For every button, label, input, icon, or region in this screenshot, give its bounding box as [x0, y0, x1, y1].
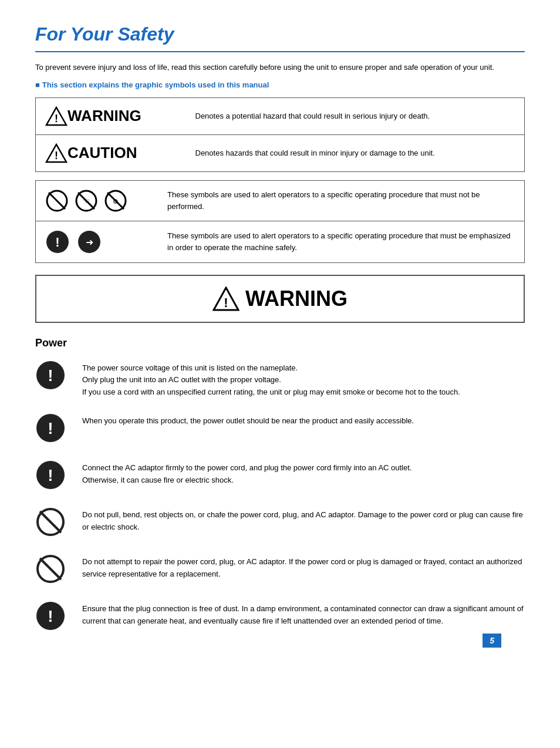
item-text-0: The power source voltage of this unit is… [82, 360, 460, 399]
item-text-5: Ensure that the plug connection is free … [82, 601, 525, 628]
svg-text:!: ! [48, 607, 53, 625]
svg-text:!: ! [48, 466, 53, 484]
svg-text:!: ! [48, 366, 53, 385]
svg-text:!: ! [55, 113, 58, 124]
title-divider [35, 51, 525, 52]
caution-description: Denotes hazards that could result in min… [186, 147, 515, 159]
small-symbols-table: ☜ ⚙ These symbols are used to alert oper… [35, 180, 525, 263]
power-item-4: Do not attempt to repair the power cord,… [35, 554, 525, 587]
no-icon [35, 507, 66, 537]
item-icon-5: ! [35, 601, 68, 634]
warning-description: Denotes a potential hazard that could re… [186, 110, 515, 122]
warning-banner: ! WARNING [35, 275, 525, 323]
svg-text:!: ! [48, 419, 53, 437]
page-number-area: 5 [35, 648, 525, 665]
warning-caution-table: ! WARNING Denotes a potential hazard tha… [35, 97, 525, 172]
svg-text:!: ! [55, 235, 59, 250]
power-items-list: ! The power source voltage of this unit … [35, 360, 525, 634]
item-icon-4 [35, 554, 68, 587]
exclaim-icon: ! [35, 460, 66, 490]
exclaim-icon: ! [35, 360, 66, 390]
warning-text: WARNING [68, 107, 141, 125]
emphasis-symbols-cell: ! ➜ [45, 230, 139, 254]
intro-text: To prevent severe injury and loss of lif… [35, 62, 525, 73]
warning-triangle-icon: ! [45, 106, 68, 126]
item-icon-2: ! [35, 460, 68, 493]
warning-banner-triangle-icon: ! [212, 287, 239, 311]
svg-line-26 [40, 511, 61, 533]
warning-banner-text: WARNING [245, 287, 348, 311]
item-text-4: Do not attempt to repair the power cord,… [82, 554, 525, 581]
svg-text:⚙: ⚙ [113, 198, 119, 205]
caution-triangle-icon: ! [45, 143, 68, 163]
svg-text:!: ! [224, 295, 228, 310]
filled-exclaim-icon: ! [45, 230, 70, 254]
warning-symbol: ! WARNING [45, 106, 167, 126]
exclaim-icon: ! [35, 601, 66, 631]
ground-symbol-icon: ➜ [76, 230, 103, 254]
warning-row: ! WARNING Denotes a potential hazard tha… [36, 97, 525, 134]
svg-line-28 [40, 558, 61, 579]
item-icon-1: ! [35, 413, 68, 446]
page-number: 5 [483, 634, 501, 648]
svg-text:➜: ➜ [86, 237, 93, 247]
emphasis-symbol-row: ! ➜ These symbols are used to alert oper… [36, 221, 525, 262]
section-header: This section explains the graphic symbol… [35, 80, 525, 89]
no-disassemble-icon: ⚙ [104, 189, 127, 213]
power-item-2: ! Connect the AC adaptor firmly to the p… [35, 460, 525, 493]
item-text-3: Do not pull, bend, rest objects on, or c… [82, 507, 525, 534]
page-title: For Your Safety [35, 23, 525, 45]
svg-line-5 [49, 193, 65, 209]
emphasis-symbol-description: These symbols are used to alert operator… [158, 230, 515, 253]
power-heading: Power [35, 337, 525, 349]
no-circle-icon [45, 189, 69, 213]
no-icon [35, 554, 66, 584]
caution-text: CAUTION [68, 144, 137, 162]
no-symbol-row: ☜ ⚙ These symbols are used to alert oper… [36, 180, 525, 221]
no-symbol-description: These symbols are used to alert operator… [158, 189, 515, 212]
power-item-0: ! The power source voltage of this unit … [35, 360, 525, 399]
item-icon-3 [35, 507, 68, 540]
svg-text:!: ! [55, 150, 58, 161]
item-icon-0: ! [35, 360, 68, 393]
no-symbols-cell: ☜ ⚙ [45, 189, 139, 213]
warning-banner-label: ! WARNING [212, 287, 348, 311]
exclaim-icon: ! [35, 413, 66, 443]
caution-symbol: ! CAUTION [45, 143, 167, 163]
power-item-1: ! When you operate this product, the pow… [35, 413, 525, 446]
power-item-3: Do not pull, bend, rest objects on, or c… [35, 507, 525, 540]
svg-text:☜: ☜ [83, 197, 90, 205]
no-touch-icon: ☜ [75, 189, 98, 213]
power-item-5: ! Ensure that the plug connection is fre… [35, 601, 525, 634]
caution-row: ! CAUTION Denotes hazards that could res… [36, 134, 525, 171]
item-text-2: Connect the AC adaptor firmly to the pow… [82, 460, 411, 487]
item-text-1: When you operate this product, the power… [82, 413, 414, 427]
